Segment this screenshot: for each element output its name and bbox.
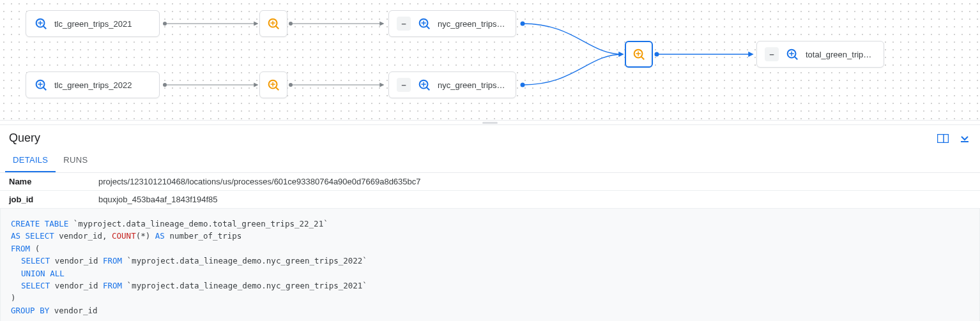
lineage-node-output[interactable]: − total_green_trip… — [756, 41, 884, 68]
panel-tabs: DETAILS RUNS — [0, 149, 980, 173]
lineage-node-intermediate[interactable]: − nyc_green_trips… — [388, 71, 516, 98]
lineage-node-source[interactable]: tlc_green_trips_2022 — [26, 71, 160, 98]
svg-line-17 — [276, 26, 279, 29]
detail-key: Name — [0, 173, 89, 191]
process-icon — [266, 78, 280, 92]
detail-key: job_id — [0, 191, 89, 209]
svg-line-27 — [795, 57, 798, 60]
panel-title: Query — [9, 131, 40, 145]
node-label: tlc_green_trips_2021 — [54, 19, 132, 29]
node-label: tlc_green_trips_2022 — [54, 80, 132, 90]
table-row: Name projects/123101210468/locations/us/… — [0, 173, 980, 191]
lineage-node-process[interactable] — [259, 10, 287, 37]
collapse-icon: − — [397, 78, 411, 92]
node-label: total_green_trip… — [806, 50, 871, 59]
svg-line-21 — [427, 26, 430, 29]
lineage-node-intermediate[interactable]: − nyc_green_trips… — [388, 10, 516, 37]
panel-resize-handle[interactable] — [0, 120, 980, 125]
lineage-node-process[interactable] — [259, 71, 287, 98]
svg-point-5 — [163, 83, 167, 87]
svg-line-23 — [427, 87, 430, 91]
collapse-icon: − — [765, 47, 779, 61]
panel-layout-icon[interactable] — [937, 132, 949, 145]
svg-line-13 — [43, 26, 47, 29]
bigquery-icon — [417, 78, 431, 92]
svg-line-25 — [641, 57, 645, 60]
bigquery-icon — [34, 17, 48, 31]
svg-line-15 — [43, 87, 47, 91]
tab-details[interactable]: DETAILS — [5, 149, 56, 172]
svg-point-8 — [521, 22, 525, 26]
lineage-canvas[interactable]: tlc_green_trips_2021 tlc_green_trips_202… — [0, 0, 980, 120]
svg-point-9 — [521, 83, 525, 87]
sql-preview: CREATE TABLE `myproject.data_lineage_dem… — [0, 209, 980, 321]
detail-value: bquxjob_453ba4af_1843f194f85 — [89, 191, 980, 209]
svg-point-3 — [289, 22, 293, 26]
node-label: nyc_green_trips… — [438, 19, 505, 29]
svg-line-19 — [276, 87, 279, 91]
process-icon — [632, 47, 646, 61]
lineage-node-source[interactable]: tlc_green_trips_2021 — [26, 10, 160, 37]
bigquery-icon — [417, 17, 431, 31]
svg-point-1 — [163, 22, 167, 26]
collapse-icon: − — [397, 17, 411, 31]
details-panel: Query DETAILS RUNS Name projects/1231012… — [0, 125, 980, 321]
tab-runs[interactable]: RUNS — [56, 149, 95, 172]
detail-value: projects/123101210468/locations/us/proce… — [89, 173, 980, 191]
svg-rect-28 — [938, 134, 949, 142]
process-icon — [266, 17, 280, 31]
panel-collapse-icon[interactable] — [958, 132, 971, 145]
svg-point-7 — [289, 83, 293, 87]
bigquery-icon — [785, 47, 799, 61]
lineage-node-process-selected[interactable] — [625, 41, 653, 68]
svg-point-11 — [655, 52, 659, 57]
bigquery-icon — [34, 78, 48, 92]
details-table: Name projects/123101210468/locations/us/… — [0, 173, 980, 209]
node-label: nyc_green_trips… — [438, 80, 505, 90]
table-row: job_id bquxjob_453ba4af_1843f194f85 — [0, 191, 980, 209]
